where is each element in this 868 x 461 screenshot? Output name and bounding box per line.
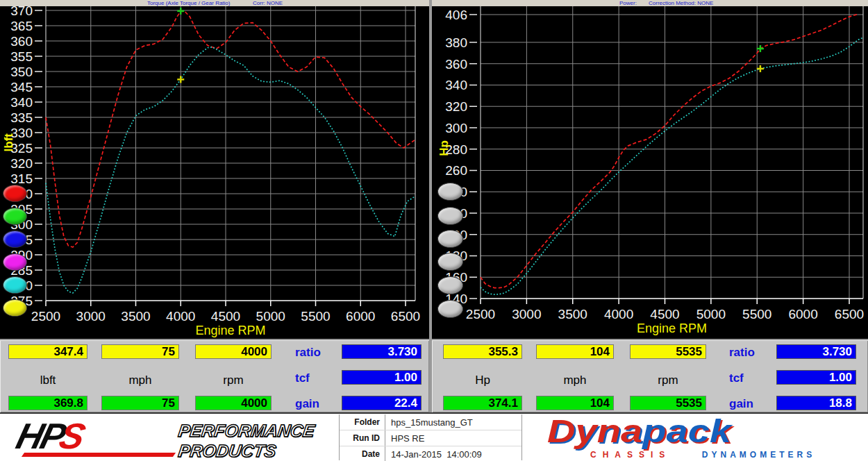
dynapack-logo: Dynapack CHASSIS DYNAMOMETERS [547, 415, 853, 460]
svg-text:360: 360 [445, 57, 467, 72]
svg-text:4000: 4000 [166, 309, 195, 324]
ratio-value: 3.730 [342, 344, 422, 359]
svg-text:340: 340 [445, 78, 467, 92]
date-label: Date [340, 446, 385, 461]
folder-label: Folder [340, 414, 385, 430]
rpm-live-value: 5535 [630, 344, 706, 359]
torque-peak-value: 369.8 [8, 396, 87, 410]
power-chart-title: Power: [619, 0, 637, 6]
red-channel-button[interactable] [3, 185, 27, 202]
svg-text:260: 260 [445, 163, 467, 178]
gain-value: 22.4 [342, 396, 422, 410]
svg-text:370: 370 [10, 6, 33, 18]
dynapack-dyna-text: Dyna [547, 413, 642, 449]
gray-channel-1-button[interactable] [437, 183, 463, 201]
hps-logo: HPS PERFORMANCE PRODUCTS [17, 418, 337, 460]
svg-text:6000: 6000 [346, 309, 375, 324]
svg-text:3500: 3500 [558, 307, 587, 321]
dyno-app-window: Torque (Axle Torque / Gear Ratio) Corr: … [0, 0, 868, 461]
svg-text:315: 315 [10, 171, 33, 186]
run-info-row: Run ID HPS RE [340, 430, 521, 446]
hps-logo-underline [22, 453, 176, 457]
torque-live-value: 347.4 [8, 344, 87, 359]
dynapack-subtitle: CHASSIS DYNAMOMETERS [547, 448, 853, 460]
ratio-label: ratio [295, 345, 337, 360]
dynapack-pack-text: pack [642, 413, 731, 449]
speed-peak-value: 104 [536, 396, 614, 410]
hps-logo-tagline: PERFORMANCE PRODUCTS [178, 421, 315, 461]
speed-unit-label: mph [536, 374, 614, 387]
svg-text:320: 320 [445, 99, 467, 114]
svg-text:340: 340 [10, 95, 33, 110]
gray-channel-4-button[interactable] [437, 253, 463, 271]
power-chart[interactable]: 1401601802002202402602803003203403603804… [432, 6, 868, 339]
svg-text:335: 335 [10, 110, 33, 125]
svg-text:5000: 5000 [256, 309, 285, 324]
gray-channel-6-button[interactable] [437, 300, 463, 318]
svg-text:380: 380 [445, 35, 467, 50]
tcf-value: 1.00 [776, 370, 856, 385]
torque-chart-titlebar: Torque (Axle Torque / Gear Ratio) Corr: … [0, 0, 429, 6]
blue-channel-button[interactable] [3, 230, 27, 248]
svg-text:365: 365 [10, 19, 33, 33]
torque-chart-title: Torque (Axle Torque / Gear Ratio) [147, 0, 230, 6]
power-chart-titlebar: Power: Correction Method: NONE [432, 0, 868, 6]
cyan-channel-button[interactable] [3, 276, 27, 294]
svg-text:300: 300 [445, 121, 467, 135]
speed-live-value: 75 [101, 344, 179, 359]
svg-text:4500: 4500 [211, 309, 240, 324]
torque-readout-panel: 347.4 75 4000 lbft mph rpm 369.8 75 4000… [0, 340, 429, 412]
power-peak-value: 374.1 [443, 396, 522, 410]
power-correction-label: Correction Method: NONE [649, 0, 713, 6]
svg-text:6500: 6500 [391, 309, 420, 324]
torque-unit-label: lbft [8, 374, 87, 387]
torque-chart[interactable]: 2752802852902953003053103153203253303353… [0, 6, 429, 339]
svg-text:4500: 4500 [650, 307, 679, 321]
svg-text:6500: 6500 [835, 307, 864, 321]
svg-text:2500: 2500 [31, 309, 60, 324]
hps-performance-text: PERFORMANCE [177, 421, 316, 441]
svg-text:5500: 5500 [301, 309, 330, 324]
svg-text:3000: 3000 [512, 307, 541, 321]
svg-text:406: 406 [445, 8, 467, 22]
power-readout-panel: 355.3 104 5535 Hp mph rpm 374.1 104 5535… [432, 340, 868, 412]
svg-text:3000: 3000 [76, 309, 106, 324]
svg-text:Engine RPM: Engine RPM [195, 324, 265, 337]
gain-label: gain [729, 396, 771, 411]
svg-text:345: 345 [10, 80, 33, 94]
run-info-row: Folder hps_15mustang_GT [340, 414, 521, 430]
gray-channel-2-button[interactable] [437, 207, 463, 225]
torque-chart-panel: Torque (Axle Torque / Gear Ratio) Corr: … [0, 0, 429, 339]
gray-channel-5-button[interactable] [437, 276, 463, 294]
gain-label: gain [295, 396, 337, 411]
rpm-unit-label: rpm [630, 374, 706, 387]
run-info-row: Date 14-Jan-2015 14:00:09 [340, 446, 521, 461]
svg-text:355: 355 [10, 49, 33, 64]
tcf-value: 1.00 [342, 370, 422, 385]
svg-text:Engine RPM: Engine RPM [637, 321, 707, 335]
green-channel-button[interactable] [3, 208, 27, 225]
magenta-channel-button[interactable] [3, 253, 27, 271]
gray-channel-3-button[interactable] [437, 230, 463, 248]
speed-peak-value: 75 [101, 396, 179, 410]
run-id-value: HPS RE [385, 433, 424, 444]
svg-text:2500: 2500 [466, 307, 495, 321]
rpm-live-value: 4000 [195, 344, 272, 359]
date-value: 14-Jan-2015 14:00:09 [385, 449, 482, 460]
hps-products-text: PRODUCTS [177, 441, 316, 461]
svg-text:5000: 5000 [696, 307, 726, 321]
yellow-channel-button[interactable] [3, 299, 27, 317]
svg-text:6000: 6000 [788, 307, 817, 321]
svg-text:4000: 4000 [604, 307, 633, 321]
torque-correction-label: Corr: NONE [253, 0, 283, 6]
power-unit-label: Hp [443, 374, 522, 387]
speed-live-value: 104 [536, 344, 614, 359]
tcf-label: tcf [729, 371, 771, 385]
rpm-unit-label: rpm [195, 374, 272, 387]
power-chart-panel: Power: Correction Method: NONE 140160180… [432, 0, 868, 339]
gain-value: 18.8 [776, 396, 856, 410]
speed-unit-label: mph [101, 374, 179, 387]
tcf-label: tcf [295, 371, 337, 385]
power-live-value: 355.3 [443, 344, 522, 359]
folder-value: hps_15mustang_GT [385, 417, 473, 428]
